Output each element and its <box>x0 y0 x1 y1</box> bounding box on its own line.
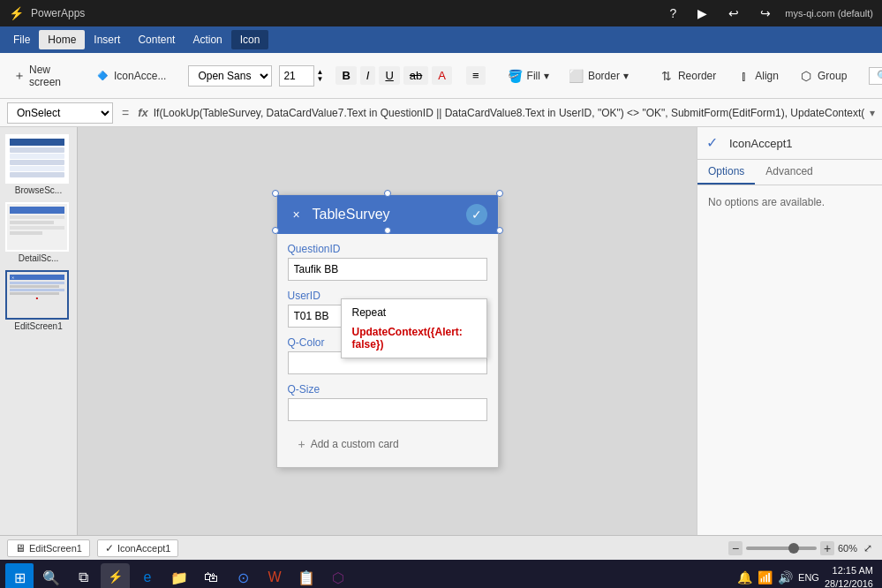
taskbar-app-powerapps[interactable]: ⚡ <box>101 563 130 588</box>
taskbar-office[interactable]: W <box>260 563 289 588</box>
group-icon: ⬡ <box>798 68 814 84</box>
zoom-in-button[interactable]: + <box>820 541 834 555</box>
reorder-icon: ⇅ <box>659 68 675 84</box>
add-custom-card-button[interactable]: + Add a custom card <box>288 430 487 458</box>
start-button[interactable]: ⊞ <box>5 563 34 588</box>
menu-file[interactable]: File <box>4 30 39 49</box>
border-icon: ⬜ <box>569 68 584 84</box>
screen-item-detail[interactable]: DetailSc... <box>5 202 72 263</box>
new-screen-button[interactable]: ＋ New screen <box>5 59 72 93</box>
undo-button[interactable]: ↩ <box>721 3 746 24</box>
icon-label-button[interactable]: 🔷 IconAcce... <box>87 64 174 88</box>
property-selector[interactable]: OnSelect <box>7 102 113 124</box>
redo-button[interactable]: ↪ <box>753 3 778 24</box>
new-screen-icon: ＋ <box>13 68 26 84</box>
menu-home[interactable]: Home <box>39 30 85 49</box>
formula-expand-icon[interactable]: ▾ <box>870 107 875 119</box>
menu-icon[interactable]: Icon <box>231 30 269 49</box>
form-title: TableSurvey <box>313 207 459 222</box>
font-size-input[interactable] <box>279 65 314 87</box>
context-item-repeat[interactable]: Repeat <box>342 303 486 322</box>
border-chevron[interactable]: ▾ <box>623 70 629 82</box>
screen-label-detail: DetailSc... <box>5 253 72 263</box>
menu-insert[interactable]: Insert <box>85 30 129 49</box>
app-name: PowerApps <box>31 7 85 19</box>
align-objects-icon: ⫿ <box>735 68 751 84</box>
underline-button[interactable]: U <box>379 66 399 85</box>
form-body: QuestionID UserID Repeat UpdateContext({… <box>277 234 498 467</box>
align-objects-button[interactable]: ⫿ Align <box>727 64 787 88</box>
font-color-button[interactable]: A <box>432 66 452 85</box>
strikethrough-button[interactable]: ab <box>403 66 428 85</box>
chrome-icon: ⊙ <box>237 569 249 586</box>
windows-icon: ⊞ <box>14 569 26 586</box>
date-display: 28/12/2016 <box>825 577 873 588</box>
field-questionid: QuestionID <box>288 243 487 281</box>
run-button[interactable]: ▶ <box>690 3 714 24</box>
taskbar-time[interactable]: 12:15 AM 28/12/2016 <box>825 564 873 588</box>
tab-advanced[interactable]: Advanced <box>755 160 823 185</box>
form-accept-button[interactable]: ✓ <box>466 204 487 225</box>
zoom-track[interactable] <box>746 547 817 550</box>
screen-item-edit[interactable]: ✕ ■ EditScreen1 <box>5 270 72 331</box>
zoom-thumb[interactable] <box>788 543 799 554</box>
app2-icon: 📋 <box>298 569 315 586</box>
menu-content[interactable]: Content <box>129 30 184 49</box>
notification-icon[interactable]: 🔔 <box>737 570 752 584</box>
taskbar-task-view[interactable]: ⧉ <box>69 563 97 588</box>
taskbar-search-button[interactable]: 🔍 <box>37 563 65 588</box>
right-panel: ✓ IconAccept1 Options Advanced No option… <box>697 127 882 535</box>
status-bar: 🖥 EditScreen1 ✓ IconAccept1 − + 60% ⤢ <box>0 535 882 560</box>
title-bar-right: ? ▶ ↩ ↪ mys-qi.com (default) <box>663 3 873 24</box>
field-input-qsize[interactable] <box>288 398 487 421</box>
canvas-area[interactable]: × TableSurvey ✓ QuestionID UserID <box>78 127 697 535</box>
taskbar-powerapps2[interactable]: ⬡ <box>324 563 352 588</box>
font-size-down[interactable]: ▼ <box>316 76 323 83</box>
taskbar-edge[interactable]: e <box>133 563 162 588</box>
group-button[interactable]: ⬡ Group <box>790 64 855 88</box>
right-panel-content: No options are available. <box>697 185 882 219</box>
title-bar: ⚡ PowerApps ? ▶ ↩ ↪ mys-qi.com (default) <box>0 0 882 26</box>
help-button[interactable]: ? <box>663 3 684 24</box>
right-panel-header: ✓ IconAccept1 <box>697 127 882 160</box>
taskbar-chrome[interactable]: ⊙ <box>229 563 257 588</box>
zoom-out-button[interactable]: − <box>728 541 743 555</box>
menu-bar: File Home Insert Content Action Icon <box>0 26 882 53</box>
taskbar-store[interactable]: 🛍 <box>197 563 225 588</box>
language-label[interactable]: ENG <box>798 572 819 583</box>
status-tab-iconaccept[interactable]: ✓ IconAccept1 <box>97 539 179 557</box>
tab-options[interactable]: Options <box>697 160 755 185</box>
fill-chevron[interactable]: ▾ <box>544 70 549 82</box>
zoom-bar: − + 60% ⤢ <box>728 541 875 555</box>
explorer-icon: 📁 <box>170 569 188 586</box>
bold-button[interactable]: B <box>335 66 356 85</box>
taskbar-right: 🔔 📶 🔊 ENG 12:15 AM 28/12/2016 <box>737 564 877 588</box>
screen-item-browse[interactable]: BrowseSc... <box>5 134 72 195</box>
taskbar-app2[interactable]: 📋 <box>292 563 320 588</box>
font-selector[interactable]: Open Sans <box>188 65 272 87</box>
screen-thumb-detail <box>5 202 69 252</box>
form-header: × TableSurvey ✓ <box>277 195 498 234</box>
menu-action[interactable]: Action <box>184 30 230 49</box>
search-box[interactable]: 🔍 <box>869 67 882 85</box>
zoom-percent: 60% <box>838 543 857 554</box>
fill-button[interactable]: 🪣 Fill ▾ <box>500 64 557 88</box>
field-input-questionid[interactable] <box>288 258 487 281</box>
screens-panel: BrowseSc... DetailSc... ✕ <box>0 127 78 535</box>
context-item-updatecontext[interactable]: UpdateContext({Alert: false}) <box>342 322 486 354</box>
reorder-button[interactable]: ⇅ Reorder <box>651 64 724 88</box>
user-account[interactable]: mys-qi.com (default) <box>785 8 873 19</box>
volume-icon[interactable]: 🔊 <box>778 570 793 584</box>
equals-sign: = <box>118 106 132 120</box>
formula-input[interactable] <box>154 107 864 119</box>
form-close-button[interactable]: × <box>288 206 305 223</box>
border-button[interactable]: ⬜ Border ▾ <box>561 64 637 88</box>
field-label-qsize: Q-Size <box>288 383 487 396</box>
taskbar-explorer[interactable]: 📁 <box>165 563 193 588</box>
editscreen-icon: 🖥 <box>15 542 26 554</box>
network-icon[interactable]: 📶 <box>758 570 773 584</box>
zoom-expand-button[interactable]: ⤢ <box>861 541 875 555</box>
italic-button[interactable]: I <box>360 66 376 85</box>
status-tab-editscreen[interactable]: 🖥 EditScreen1 <box>7 539 90 557</box>
align-button[interactable]: ≡ <box>466 66 486 85</box>
